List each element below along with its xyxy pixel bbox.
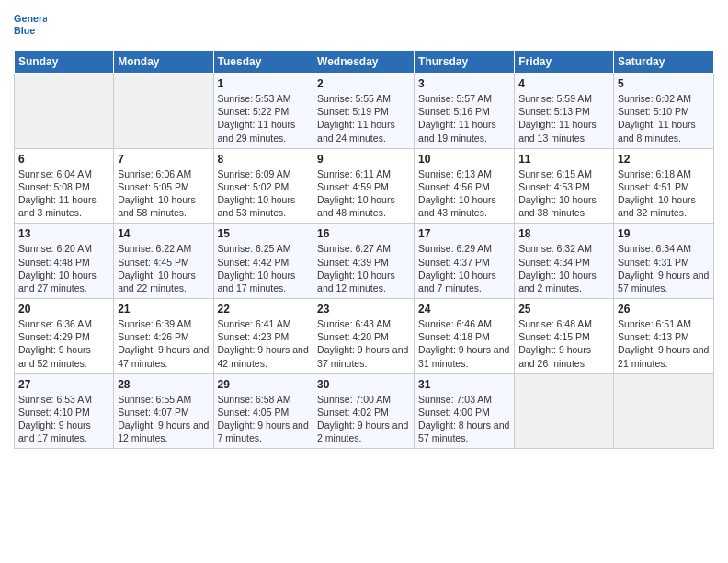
calendar-cell: 25Sunrise: 6:48 AM Sunset: 4:15 PM Dayli… — [515, 299, 614, 374]
day-number: 19 — [618, 227, 710, 240]
day-number: 14 — [118, 227, 209, 240]
day-info: Sunrise: 6:25 AM Sunset: 4:42 PM Dayligh… — [218, 242, 310, 294]
day-info: Sunrise: 6:34 AM Sunset: 4:31 PM Dayligh… — [618, 242, 710, 294]
calendar-cell: 20Sunrise: 6:36 AM Sunset: 4:29 PM Dayli… — [15, 299, 114, 374]
day-number: 2 — [317, 77, 410, 90]
day-number: 17 — [418, 227, 510, 240]
day-number: 24 — [418, 303, 510, 316]
day-number: 11 — [518, 153, 609, 166]
calendar-cell: 18Sunrise: 6:32 AM Sunset: 4:34 PM Dayli… — [515, 224, 614, 299]
logo-icon: General Blue — [14, 9, 47, 42]
calendar-cell: 13Sunrise: 6:20 AM Sunset: 4:48 PM Dayli… — [15, 224, 114, 299]
day-number: 18 — [518, 227, 609, 240]
calendar-table: SundayMondayTuesdayWednesdayThursdayFrid… — [14, 50, 714, 449]
day-info: Sunrise: 6:09 AM Sunset: 5:02 PM Dayligh… — [218, 167, 310, 220]
day-info: Sunrise: 6:48 AM Sunset: 4:15 PM Dayligh… — [518, 317, 609, 370]
calendar-cell: 24Sunrise: 6:46 AM Sunset: 4:18 PM Dayli… — [415, 299, 515, 374]
header: General Blue — [14, 9, 714, 42]
calendar-cell: 1Sunrise: 5:53 AM Sunset: 5:22 PM Daylig… — [213, 74, 313, 149]
calendar-cell: 3Sunrise: 5:57 AM Sunset: 5:16 PM Daylig… — [415, 74, 515, 149]
calendar-cell: 22Sunrise: 6:41 AM Sunset: 4:23 PM Dayli… — [213, 299, 313, 374]
svg-text:General: General — [14, 13, 47, 24]
day-number: 21 — [118, 303, 209, 316]
day-number: 5 — [618, 77, 710, 90]
day-info: Sunrise: 5:55 AM Sunset: 5:19 PM Dayligh… — [317, 92, 410, 144]
svg-text:Blue: Blue — [14, 25, 35, 36]
calendar-cell: 30Sunrise: 7:00 AM Sunset: 4:02 PM Dayli… — [313, 373, 415, 449]
weekday-header-monday: Monday — [114, 51, 213, 74]
day-info: Sunrise: 6:27 AM Sunset: 4:39 PM Dayligh… — [317, 242, 410, 294]
calendar-header-row: SundayMondayTuesdayWednesdayThursdayFrid… — [15, 51, 714, 74]
day-info: Sunrise: 6:06 AM Sunset: 5:05 PM Dayligh… — [118, 167, 209, 220]
day-number: 25 — [518, 303, 609, 316]
calendar-cell: 9Sunrise: 6:11 AM Sunset: 4:59 PM Daylig… — [313, 148, 415, 224]
day-number: 10 — [418, 153, 510, 166]
day-info: Sunrise: 6:13 AM Sunset: 4:56 PM Dayligh… — [418, 167, 510, 220]
day-number: 16 — [317, 227, 410, 240]
day-number: 22 — [218, 303, 310, 316]
day-number: 29 — [218, 378, 310, 391]
day-info: Sunrise: 6:20 AM Sunset: 4:48 PM Dayligh… — [18, 242, 109, 294]
calendar-cell: 17Sunrise: 6:29 AM Sunset: 4:37 PM Dayli… — [415, 224, 515, 299]
day-number: 9 — [317, 153, 410, 166]
day-info: Sunrise: 6:51 AM Sunset: 4:13 PM Dayligh… — [618, 317, 710, 370]
day-number: 31 — [418, 378, 510, 391]
day-number: 12 — [618, 153, 710, 166]
day-info: Sunrise: 7:00 AM Sunset: 4:02 PM Dayligh… — [317, 393, 410, 445]
weekday-header-thursday: Thursday — [415, 51, 515, 74]
calendar-cell: 5Sunrise: 6:02 AM Sunset: 5:10 PM Daylig… — [614, 74, 714, 149]
calendar-week-2: 6Sunrise: 6:04 AM Sunset: 5:08 PM Daylig… — [15, 148, 714, 224]
day-number: 1 — [218, 77, 310, 90]
calendar-cell: 6Sunrise: 6:04 AM Sunset: 5:08 PM Daylig… — [15, 148, 114, 224]
calendar-cell: 29Sunrise: 6:58 AM Sunset: 4:05 PM Dayli… — [213, 373, 313, 449]
calendar-cell: 27Sunrise: 6:53 AM Sunset: 4:10 PM Dayli… — [15, 373, 114, 449]
calendar-week-5: 27Sunrise: 6:53 AM Sunset: 4:10 PM Dayli… — [15, 373, 714, 449]
calendar-cell: 21Sunrise: 6:39 AM Sunset: 4:26 PM Dayli… — [114, 299, 213, 374]
day-number: 3 — [418, 77, 510, 90]
calendar-week-1: 1Sunrise: 5:53 AM Sunset: 5:22 PM Daylig… — [15, 74, 714, 149]
day-number: 15 — [218, 227, 310, 240]
calendar-cell — [114, 74, 213, 149]
day-info: Sunrise: 6:02 AM Sunset: 5:10 PM Dayligh… — [618, 92, 710, 144]
calendar-cell: 8Sunrise: 6:09 AM Sunset: 5:02 PM Daylig… — [213, 148, 313, 224]
calendar-cell: 11Sunrise: 6:15 AM Sunset: 4:53 PM Dayli… — [515, 148, 614, 224]
calendar-week-3: 13Sunrise: 6:20 AM Sunset: 4:48 PM Dayli… — [15, 224, 714, 299]
calendar-cell: 31Sunrise: 7:03 AM Sunset: 4:00 PM Dayli… — [415, 373, 515, 449]
calendar-cell: 4Sunrise: 5:59 AM Sunset: 5:13 PM Daylig… — [515, 74, 614, 149]
calendar-cell: 28Sunrise: 6:55 AM Sunset: 4:07 PM Dayli… — [114, 373, 213, 449]
weekday-header-wednesday: Wednesday — [313, 51, 415, 74]
calendar-cell: 23Sunrise: 6:43 AM Sunset: 4:20 PM Dayli… — [313, 299, 415, 374]
day-info: Sunrise: 6:15 AM Sunset: 4:53 PM Dayligh… — [518, 167, 609, 220]
day-info: Sunrise: 5:59 AM Sunset: 5:13 PM Dayligh… — [518, 92, 609, 144]
day-info: Sunrise: 7:03 AM Sunset: 4:00 PM Dayligh… — [418, 393, 510, 445]
day-number: 4 — [518, 77, 609, 90]
calendar-cell: 7Sunrise: 6:06 AM Sunset: 5:05 PM Daylig… — [114, 148, 213, 224]
day-info: Sunrise: 6:46 AM Sunset: 4:18 PM Dayligh… — [418, 317, 510, 370]
calendar-cell: 26Sunrise: 6:51 AM Sunset: 4:13 PM Dayli… — [614, 299, 714, 374]
calendar-cell: 12Sunrise: 6:18 AM Sunset: 4:51 PM Dayli… — [614, 148, 714, 224]
weekday-header-sunday: Sunday — [15, 51, 114, 74]
day-number: 27 — [18, 378, 109, 391]
day-info: Sunrise: 5:57 AM Sunset: 5:16 PM Dayligh… — [418, 92, 510, 144]
weekday-header-tuesday: Tuesday — [213, 51, 313, 74]
calendar-cell: 2Sunrise: 5:55 AM Sunset: 5:19 PM Daylig… — [313, 74, 415, 149]
day-info: Sunrise: 5:53 AM Sunset: 5:22 PM Dayligh… — [218, 92, 310, 144]
calendar-cell: 14Sunrise: 6:22 AM Sunset: 4:45 PM Dayli… — [114, 224, 213, 299]
day-info: Sunrise: 6:29 AM Sunset: 4:37 PM Dayligh… — [418, 242, 510, 294]
day-number: 28 — [118, 378, 209, 391]
calendar-cell — [15, 74, 114, 149]
day-info: Sunrise: 6:36 AM Sunset: 4:29 PM Dayligh… — [18, 317, 109, 370]
day-info: Sunrise: 6:53 AM Sunset: 4:10 PM Dayligh… — [18, 393, 109, 445]
day-number: 6 — [18, 153, 109, 166]
page: General Blue SundayMondayTuesdayWednesda… — [0, 0, 728, 563]
day-info: Sunrise: 6:55 AM Sunset: 4:07 PM Dayligh… — [118, 393, 209, 445]
day-number: 23 — [317, 303, 410, 316]
day-number: 8 — [218, 153, 310, 166]
weekday-header-friday: Friday — [515, 51, 614, 74]
day-info: Sunrise: 6:22 AM Sunset: 4:45 PM Dayligh… — [118, 242, 209, 294]
calendar-cell — [614, 373, 714, 449]
day-info: Sunrise: 6:39 AM Sunset: 4:26 PM Dayligh… — [118, 317, 209, 370]
logo: General Blue — [14, 9, 47, 42]
calendar-cell: 16Sunrise: 6:27 AM Sunset: 4:39 PM Dayli… — [313, 224, 415, 299]
day-number: 26 — [618, 303, 710, 316]
